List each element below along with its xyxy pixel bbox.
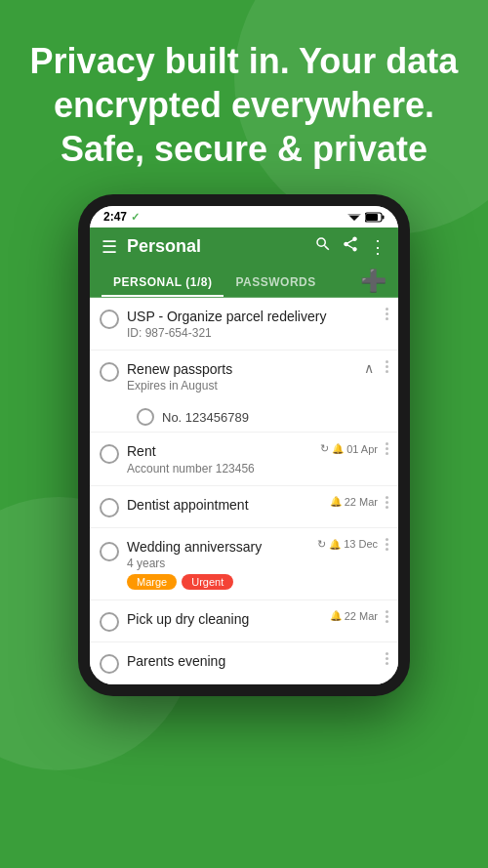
task-date: 🔔 22 Mar bbox=[330, 610, 378, 622]
phone-frame: 2:47 ✓ bbox=[78, 194, 410, 696]
battery-icon bbox=[365, 212, 385, 223]
sync-icon: ↻ bbox=[320, 442, 329, 455]
tag-urgent[interactable]: Urgent bbox=[182, 574, 233, 590]
task-subtitle: ID: 987-654-321 bbox=[127, 326, 378, 340]
item-menu-dots[interactable] bbox=[386, 442, 388, 455]
wifi-icon bbox=[346, 211, 362, 223]
list-item: Parents evening bbox=[90, 642, 398, 684]
status-time: 2:47 bbox=[103, 210, 127, 224]
task-checkbox[interactable] bbox=[100, 542, 119, 561]
task-meta-right: 🔔 22 Mar bbox=[330, 610, 378, 622]
toolbar-title: Personal bbox=[127, 236, 305, 257]
item-menu-dots[interactable] bbox=[386, 308, 388, 320]
add-item-button[interactable]: ➕ bbox=[360, 270, 386, 292]
task-checkbox[interactable] bbox=[100, 612, 119, 632]
task-checkbox[interactable] bbox=[100, 654, 119, 674]
status-check: ✓ bbox=[131, 211, 140, 224]
task-meta-right: ↻ 🔔 01 Apr bbox=[320, 442, 378, 455]
task-date: ↻ 🔔 01 Apr bbox=[320, 442, 378, 455]
item-menu-dots[interactable] bbox=[386, 496, 388, 509]
task-checkbox[interactable] bbox=[100, 444, 119, 464]
task-title: Dentist appointment bbox=[127, 496, 322, 514]
share-icon[interactable] bbox=[342, 235, 359, 258]
task-list: USP - Organize parcel redelivery ID: 987… bbox=[90, 298, 398, 684]
task-tags: Marge Urgent bbox=[127, 574, 309, 590]
list-item: USP - Organize parcel redelivery ID: 987… bbox=[90, 298, 398, 351]
item-menu-dots[interactable] bbox=[386, 538, 388, 551]
task-title: Rent bbox=[127, 442, 312, 460]
phone-screen: 2:47 ✓ bbox=[90, 206, 398, 684]
task-meta-right: 🔔 22 Mar bbox=[330, 496, 378, 508]
bell-icon: 🔔 bbox=[329, 539, 341, 550]
task-content: Rent Account number 123456 bbox=[127, 442, 312, 475]
task-content: Dentist appointment bbox=[127, 496, 322, 514]
svg-marker-1 bbox=[347, 214, 361, 221]
list-item: Rent Account number 123456 ↻ 🔔 01 Apr bbox=[90, 433, 398, 485]
task-content: Parents evening bbox=[127, 652, 378, 670]
task-checkbox[interactable] bbox=[100, 310, 119, 329]
list-item: Dentist appointment 🔔 22 Mar bbox=[90, 486, 398, 528]
hero-title: Privacy built in. Your data encrypted ev… bbox=[29, 39, 459, 171]
tab-personal[interactable]: PERSONAL (1/8) bbox=[102, 266, 224, 297]
task-checkbox[interactable] bbox=[100, 498, 119, 517]
task-content: USP - Organize parcel redelivery ID: 987… bbox=[127, 308, 378, 340]
item-menu-dots[interactable] bbox=[386, 360, 388, 373]
phone-mockup: 2:47 ✓ bbox=[0, 194, 488, 696]
task-title: Pick up dry cleaning bbox=[127, 610, 322, 628]
bell-icon: 🔔 bbox=[330, 610, 342, 621]
status-bar: 2:47 ✓ bbox=[90, 206, 398, 227]
item-menu-dots[interactable] bbox=[386, 610, 388, 623]
svg-rect-4 bbox=[366, 214, 378, 221]
tag-merge[interactable]: Marge bbox=[127, 574, 177, 590]
task-title: Wedding anniverssary bbox=[127, 538, 309, 556]
tab-bar: PERSONAL (1/8) PASSWORDS ➕ bbox=[90, 266, 398, 298]
collapse-button[interactable]: ∧ bbox=[360, 360, 378, 376]
sub-task-title: No. 123456789 bbox=[162, 410, 388, 425]
task-subtitle: Expires in August bbox=[127, 379, 352, 393]
task-meta-right: ↻ 🔔 13 Dec bbox=[317, 538, 378, 551]
bell-icon: 🔔 bbox=[330, 496, 342, 507]
list-item: Renew passports Expires in August ∧ bbox=[90, 351, 398, 402]
item-menu-dots[interactable] bbox=[386, 652, 388, 665]
task-content: Renew passports Expires in August bbox=[127, 360, 352, 393]
app-toolbar: ☰ Personal ⋮ bbox=[90, 227, 398, 266]
task-title: USP - Organize parcel redelivery bbox=[127, 308, 378, 325]
task-date: ↻ 🔔 13 Dec bbox=[317, 538, 378, 551]
task-subtitle: 4 years bbox=[127, 557, 309, 570]
sync-icon: ↻ bbox=[317, 538, 326, 551]
hero-section: Privacy built in. Your data encrypted ev… bbox=[0, 0, 488, 194]
menu-icon[interactable]: ☰ bbox=[102, 236, 117, 258]
task-date: 🔔 22 Mar bbox=[330, 496, 378, 508]
sub-task-checkbox[interactable] bbox=[137, 408, 154, 426]
task-content: Wedding anniverssary 4 years Marge Urgen… bbox=[127, 538, 309, 590]
tab-passwords[interactable]: PASSWORDS bbox=[224, 266, 327, 297]
task-title: Parents evening bbox=[127, 652, 378, 670]
sub-list-item: No. 123456789 bbox=[90, 402, 398, 433]
list-item: Wedding anniverssary 4 years Marge Urgen… bbox=[90, 528, 398, 600]
task-title: Renew passports bbox=[127, 360, 352, 378]
status-icons bbox=[346, 211, 385, 223]
more-icon[interactable]: ⋮ bbox=[369, 236, 386, 258]
task-checkbox[interactable] bbox=[100, 362, 119, 382]
bell-icon: 🔔 bbox=[332, 443, 344, 454]
svg-rect-3 bbox=[383, 215, 385, 219]
task-content: Pick up dry cleaning bbox=[127, 610, 322, 628]
search-icon[interactable] bbox=[314, 235, 332, 258]
task-subtitle: Account number 123456 bbox=[127, 462, 312, 475]
list-item: Pick up dry cleaning 🔔 22 Mar bbox=[90, 600, 398, 642]
